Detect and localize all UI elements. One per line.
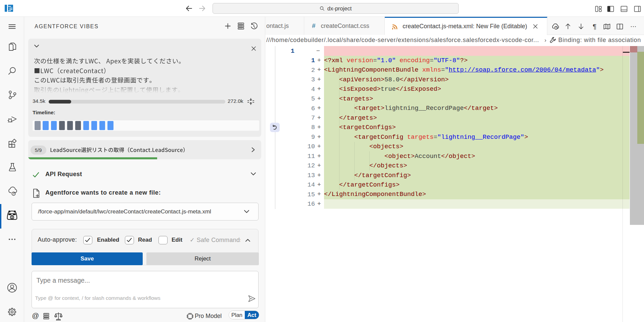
svg-text:?: ? xyxy=(12,192,14,195)
svg-text:?: ? xyxy=(555,27,557,29)
